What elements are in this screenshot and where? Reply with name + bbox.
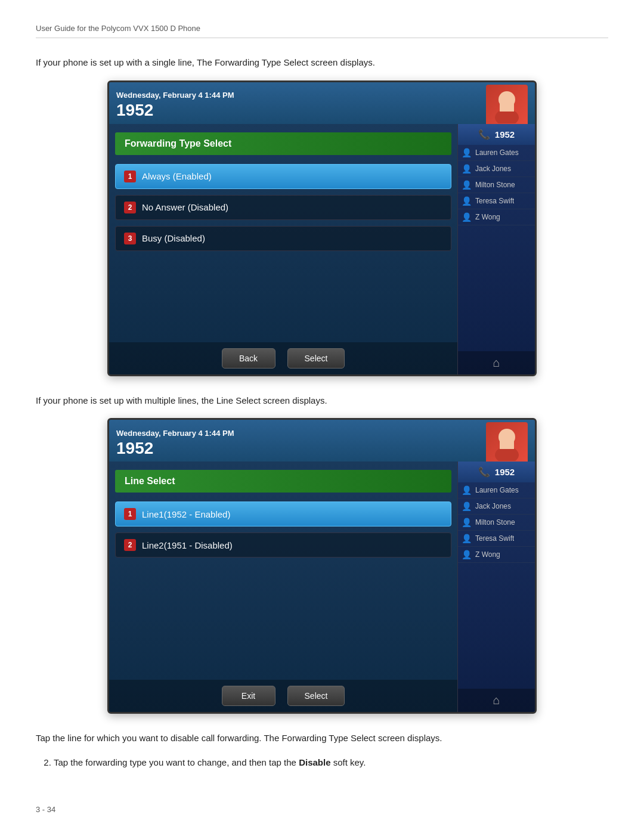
phone-screen-2: Wednesday, February 4 1:44 PM 1952 Line … xyxy=(107,418,537,714)
contact-icon-2-5: 👤 xyxy=(462,550,472,559)
contact-item-2-4[interactable]: 👤 Teresa Swift xyxy=(458,531,535,547)
intro-description: If your phone is set up with a single li… xyxy=(36,56,608,70)
phone-body-1: Forwarding Type Select 1 Always (Enabled… xyxy=(109,124,535,374)
main-panel-1: Forwarding Type Select 1 Always (Enabled… xyxy=(109,124,457,374)
contact-item-2-1[interactable]: 👤 Lauren Gates xyxy=(458,482,535,498)
panel-title-1: Forwarding Type Select xyxy=(115,132,451,155)
menu-num-2-2: 2 xyxy=(124,539,136,551)
back-button-1[interactable]: Back xyxy=(222,348,275,368)
extension-2: 1952 xyxy=(116,439,153,458)
step-2-text: Tap the forwarding type you want to chan… xyxy=(54,757,366,767)
menu-num-1-1: 1 xyxy=(124,171,136,182)
tap-description: Tap the line for which you want to disab… xyxy=(36,732,608,745)
menu-num-2-1: 1 xyxy=(124,508,136,520)
menu-num-1-2: 2 xyxy=(124,202,136,213)
sidebar-ext-2: 📞 1952 xyxy=(458,462,535,482)
contact-icon-2-1: 👤 xyxy=(462,485,472,495)
avatar-large-2 xyxy=(486,422,528,464)
contact-name-1-1: Lauren Gates xyxy=(475,148,519,157)
page-number: 3 - 34 xyxy=(36,805,608,814)
page-header: User Guide for the Polycom VVX 1500 D Ph… xyxy=(36,24,608,38)
phone-body-2: Line Select 1 Line1(1952 - Enabled) 2 Li… xyxy=(109,462,535,712)
sidebar-1: 📞 1952 👤 Lauren Gates 👤 Jack Jones 👤 Mil… xyxy=(457,124,535,374)
phone-screen-1: Wednesday, February 4 1:44 PM 1952 Forwa… xyxy=(107,80,537,376)
select-button-1[interactable]: Select xyxy=(287,348,345,368)
main-panel-2: Line Select 1 Line1(1952 - Enabled) 2 Li… xyxy=(109,462,457,712)
menu-label-1-3: Busy (Disabled) xyxy=(142,233,205,243)
status-bar-left-2: Wednesday, February 4 1:44 PM 1952 xyxy=(116,429,234,458)
menu-label-2-1: Line1(1952 - Enabled) xyxy=(142,509,230,519)
contact-icon-1-4: 👤 xyxy=(462,196,472,206)
status-bar-1: Wednesday, February 4 1:44 PM 1952 xyxy=(109,82,535,124)
contact-name-2-4: Teresa Swift xyxy=(475,534,514,543)
menu-label-1-2: No Answer (Disabled) xyxy=(142,202,228,212)
contact-name-2-5: Z Wong xyxy=(475,550,500,559)
menu-label-2-2: Line2(1951 - Disabled) xyxy=(142,540,233,550)
phone-icon-2: 📞 xyxy=(478,466,490,478)
extension-1: 1952 xyxy=(116,101,153,120)
phone-icon-1: 📞 xyxy=(478,129,490,140)
contact-icon-1-1: 👤 xyxy=(462,148,472,157)
contact-name-2-2: Jack Jones xyxy=(475,502,511,510)
menu-item-1-1[interactable]: 1 Always (Enabled) xyxy=(115,164,451,189)
status-bar-left-1: Wednesday, February 4 1:44 PM 1952 xyxy=(116,91,234,120)
contact-name-1-2: Jack Jones xyxy=(475,165,511,173)
contact-item-1-1[interactable]: 👤 Lauren Gates xyxy=(458,145,535,161)
contact-name-2-3: Milton Stone xyxy=(475,518,515,527)
home-button-1[interactable]: ⌂ xyxy=(458,351,535,374)
contact-name-2-1: Lauren Gates xyxy=(475,486,519,494)
select-button-2[interactable]: Select xyxy=(287,686,345,706)
datetime-1: Wednesday, February 4 1:44 PM xyxy=(116,91,234,100)
menu-item-1-3[interactable]: 3 Busy (Disabled) xyxy=(115,226,451,251)
svg-rect-5 xyxy=(500,439,514,449)
contact-item-1-5[interactable]: 👤 Z Wong xyxy=(458,209,535,225)
softkey-bar-2: Exit Select xyxy=(109,680,457,712)
svg-rect-2 xyxy=(500,102,514,112)
middle-description: If your phone is set up with multiple li… xyxy=(36,394,608,408)
sidebar-ext-1: 📞 1952 xyxy=(458,124,535,145)
menu-num-1-3: 3 xyxy=(124,233,136,244)
softkey-bar-1: Back Select xyxy=(109,342,457,374)
menu-item-2-2[interactable]: 2 Line2(1951 - Disabled) xyxy=(115,532,451,558)
datetime-2: Wednesday, February 4 1:44 PM xyxy=(116,429,234,438)
menu-item-1-2[interactable]: 2 No Answer (Disabled) xyxy=(115,195,451,220)
status-bar-2: Wednesday, February 4 1:44 PM 1952 xyxy=(109,420,535,462)
contact-item-1-2[interactable]: 👤 Jack Jones xyxy=(458,161,535,177)
menu-label-1-1: Always (Enabled) xyxy=(142,171,212,181)
sidebar-2: 📞 1952 👤 Lauren Gates 👤 Jack Jones 👤 Mil… xyxy=(457,462,535,712)
contact-name-1-3: Milton Stone xyxy=(475,181,515,189)
contact-item-2-5[interactable]: 👤 Z Wong xyxy=(458,547,535,563)
home-button-2[interactable]: ⌂ xyxy=(458,689,535,712)
contact-name-1-4: Teresa Swift xyxy=(475,197,514,205)
contact-icon-2-4: 👤 xyxy=(462,534,472,543)
contact-item-2-3[interactable]: 👤 Milton Stone xyxy=(458,515,535,531)
contact-item-2-2[interactable]: 👤 Jack Jones xyxy=(458,498,535,515)
exit-button-2[interactable]: Exit xyxy=(222,686,275,706)
contact-icon-2-3: 👤 xyxy=(462,518,472,527)
avatar-large-1 xyxy=(486,85,528,126)
contact-icon-2-2: 👤 xyxy=(462,501,472,511)
contact-icon-1-5: 👤 xyxy=(462,212,472,222)
step-2: Tap the forwarding type you want to chan… xyxy=(54,756,608,770)
steps-list: Tap the forwarding type you want to chan… xyxy=(54,756,608,770)
contact-icon-1-2: 👤 xyxy=(462,164,472,174)
contact-name-1-5: Z Wong xyxy=(475,213,500,221)
contact-item-1-3[interactable]: 👤 Milton Stone xyxy=(458,177,535,193)
menu-item-2-1[interactable]: 1 Line1(1952 - Enabled) xyxy=(115,501,451,527)
contact-icon-1-3: 👤 xyxy=(462,180,472,190)
panel-title-2: Line Select xyxy=(115,470,451,493)
contact-item-1-4[interactable]: 👤 Teresa Swift xyxy=(458,193,535,209)
